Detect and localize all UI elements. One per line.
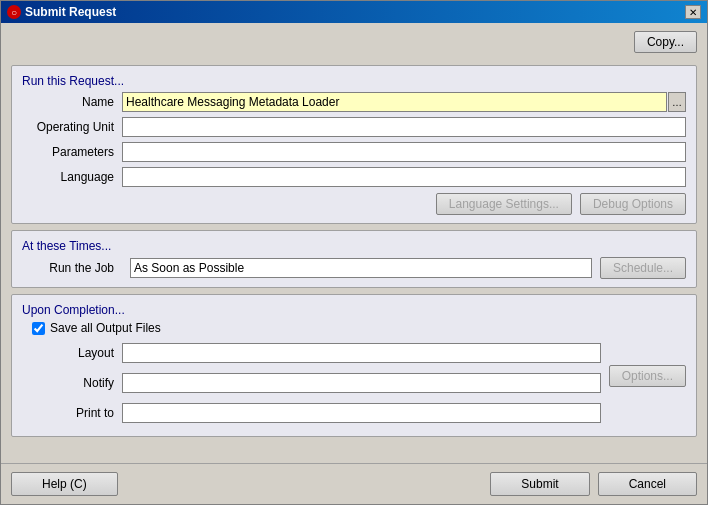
- schedule-button[interactable]: Schedule...: [600, 257, 686, 279]
- print-to-row: Print to: [22, 403, 601, 423]
- close-button[interactable]: ✕: [685, 5, 701, 19]
- main-content: Copy... Run this Request... Name … Opera…: [1, 23, 707, 463]
- footer: Help (C) Submit Cancel: [1, 463, 707, 504]
- operating-unit-input[interactable]: [122, 117, 686, 137]
- upon-fields: Layout Notify Print to: [22, 343, 601, 428]
- name-input[interactable]: [122, 92, 667, 112]
- name-row: Name …: [22, 92, 686, 112]
- save-output-row: Save all Output Files: [32, 321, 686, 335]
- language-settings-button[interactable]: Language Settings...: [436, 193, 572, 215]
- debug-options-button[interactable]: Debug Options: [580, 193, 686, 215]
- window-title: Submit Request: [25, 5, 116, 19]
- layout-row: Layout: [22, 343, 601, 363]
- operating-unit-label: Operating Unit: [22, 120, 122, 134]
- parameters-row: Parameters: [22, 142, 686, 162]
- name-input-wrapper: …: [122, 92, 686, 112]
- submit-request-window: ○ Submit Request ✕ Copy... Run this Requ…: [0, 0, 708, 505]
- completion-section: Upon Completion... Save all Output Files…: [11, 294, 697, 437]
- layout-input[interactable]: [122, 343, 601, 363]
- help-button[interactable]: Help (C): [11, 472, 118, 496]
- notify-row: Notify: [22, 373, 601, 393]
- run-job-row: Run the Job Schedule...: [22, 257, 686, 279]
- run-job-label: Run the Job: [22, 261, 122, 275]
- parameters-label: Parameters: [22, 145, 122, 159]
- parameters-input[interactable]: [122, 142, 686, 162]
- upon-fields-row: Layout Notify Print to Options..: [22, 343, 686, 428]
- print-to-input[interactable]: [122, 403, 601, 423]
- language-row: Language: [22, 167, 686, 187]
- window-icon: ○: [7, 5, 21, 19]
- name-label: Name: [22, 95, 122, 109]
- notify-label: Notify: [22, 376, 122, 390]
- save-output-label: Save all Output Files: [50, 321, 161, 335]
- layout-label: Layout: [22, 346, 122, 360]
- times-section-label: At these Times...: [22, 239, 686, 253]
- completion-section-label: Upon Completion...: [22, 303, 686, 317]
- top-row: Copy...: [11, 31, 697, 53]
- run-section-label: Run this Request...: [22, 74, 686, 88]
- options-side: Options...: [609, 343, 686, 387]
- copy-button[interactable]: Copy...: [634, 31, 697, 53]
- name-ellipsis-button[interactable]: …: [668, 92, 686, 112]
- operating-unit-row: Operating Unit: [22, 117, 686, 137]
- options-button[interactable]: Options...: [609, 365, 686, 387]
- lang-debug-row: Language Settings... Debug Options: [22, 193, 686, 215]
- times-section: At these Times... Run the Job Schedule..…: [11, 230, 697, 288]
- title-bar-left: ○ Submit Request: [7, 5, 116, 19]
- language-label: Language: [22, 170, 122, 184]
- save-output-checkbox[interactable]: [32, 322, 45, 335]
- submit-button[interactable]: Submit: [490, 472, 589, 496]
- footer-center: Submit Cancel: [490, 472, 697, 496]
- notify-input[interactable]: [122, 373, 601, 393]
- cancel-button[interactable]: Cancel: [598, 472, 697, 496]
- run-job-input[interactable]: [130, 258, 592, 278]
- title-bar: ○ Submit Request ✕: [1, 1, 707, 23]
- print-to-label: Print to: [22, 406, 122, 420]
- run-section: Run this Request... Name … Operating Uni…: [11, 65, 697, 224]
- language-input[interactable]: [122, 167, 686, 187]
